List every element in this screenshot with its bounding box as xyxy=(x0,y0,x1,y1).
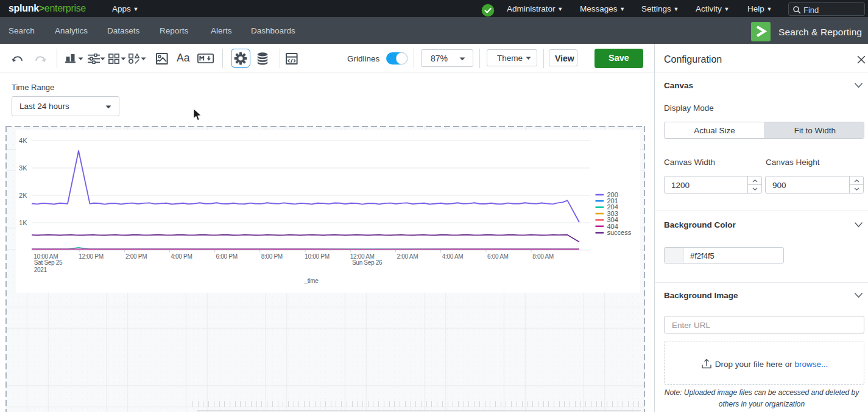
svg-text:success: success xyxy=(607,229,632,236)
svg-text:2:00 PM: 2:00 PM xyxy=(125,253,147,260)
svg-text:6:00 PM: 6:00 PM xyxy=(216,253,238,260)
svg-text:Sat Sep 25: Sat Sep 25 xyxy=(34,259,63,266)
svg-text:8:00 PM: 8:00 PM xyxy=(261,253,283,260)
svg-text:4:00 AM: 4:00 AM xyxy=(442,253,464,260)
svg-text:3K: 3K xyxy=(19,164,27,172)
svg-text:8:00 AM: 8:00 AM xyxy=(532,253,554,260)
svg-text:2K: 2K xyxy=(19,192,27,199)
svg-text:_time: _time xyxy=(304,278,319,284)
svg-text:2021: 2021 xyxy=(34,267,48,273)
svg-text:4:00 PM: 4:00 PM xyxy=(171,253,192,260)
svg-text:12:00 PM: 12:00 PM xyxy=(79,253,103,260)
svg-text:Sun Sep 26: Sun Sep 26 xyxy=(352,259,383,266)
svg-text:6:00 AM: 6:00 AM xyxy=(487,253,509,260)
svg-text:2:00 AM: 2:00 AM xyxy=(397,253,418,260)
svg-text:10:00 PM: 10:00 PM xyxy=(305,253,329,260)
svg-text:1K: 1K xyxy=(19,219,27,226)
svg-text:4K: 4K xyxy=(19,137,27,144)
